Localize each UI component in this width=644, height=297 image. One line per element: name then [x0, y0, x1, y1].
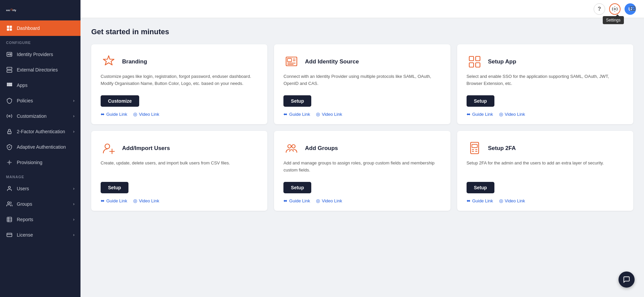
- guide-link-icon: ⬌: [101, 111, 105, 117]
- svg-point-8: [8, 54, 9, 55]
- guide-link[interactable]: ⬌ Guide Link: [101, 111, 127, 117]
- chevron-icon: ›: [73, 186, 74, 191]
- sidebar-item-apps[interactable]: Apps: [0, 78, 80, 93]
- customization-icon: [6, 113, 13, 119]
- settings-tooltip: Settings: [603, 16, 624, 24]
- card-links: ⬌ Guide Link ◎ Video Link: [283, 111, 441, 117]
- svg-rect-37: [287, 58, 291, 62]
- video-link[interactable]: ◎ Video Link: [316, 198, 342, 203]
- sidebar-item-identity-providers[interactable]: Identity Providers: [0, 47, 80, 62]
- video-link[interactable]: ◎ Video Link: [133, 198, 159, 203]
- svg-rect-18: [10, 83, 12, 85]
- guide-link-icon: ⬌: [467, 198, 471, 203]
- sidebar-item-2fa[interactable]: 123 2-Factor Authentication ›: [0, 124, 80, 139]
- svg-rect-28: [7, 217, 12, 222]
- card-add-groups: Add Groups Add and manage groups to assi…: [274, 131, 450, 211]
- settings-button[interactable]: [609, 3, 621, 15]
- svg-rect-20: [9, 85, 10, 86]
- card-desc: Select and enable SSO for the applicatio…: [467, 73, 624, 90]
- card-links: ⬌ Guide Link ◎ Video Link: [283, 198, 441, 203]
- card-header: Setup 2FA: [467, 140, 624, 156]
- chevron-icon: ›: [73, 202, 74, 206]
- svg-point-50: [292, 145, 295, 148]
- video-link-label: Video Link: [139, 198, 159, 203]
- svg-rect-42: [469, 56, 474, 61]
- card-header: Add Groups: [283, 140, 441, 156]
- sidebar-item-label: Users: [17, 186, 29, 191]
- guide-link-label: Guide Link: [472, 198, 493, 203]
- card-header: Add Identity Source: [283, 54, 441, 70]
- section-manage: Manage: [0, 170, 80, 181]
- card-setup-2fa: Setup 2FA Setup 2FA for the admin and th…: [457, 131, 633, 211]
- chevron-icon: ›: [73, 129, 74, 134]
- sidebar-item-customization[interactable]: Customization ›: [0, 108, 80, 124]
- card-desc: Customize pages like login, registration…: [101, 73, 258, 90]
- setup-app-button[interactable]: Setup: [467, 95, 494, 107]
- guide-link[interactable]: ⬌ Guide Link: [467, 198, 493, 203]
- setup-2fa-button[interactable]: Setup: [467, 182, 494, 193]
- video-link[interactable]: ◎ Video Link: [316, 111, 342, 117]
- sidebar-item-dashboard[interactable]: Dashboard: [0, 20, 80, 36]
- sidebar-item-adaptive-auth[interactable]: Adaptive Authentication: [0, 139, 80, 155]
- notification-button[interactable]: [629, 6, 636, 12]
- add-identity-source-button[interactable]: Setup: [283, 95, 311, 107]
- video-link-label: Video Link: [505, 112, 525, 117]
- branding-icon: [101, 54, 117, 70]
- svg-rect-16: [7, 83, 9, 85]
- chevron-icon: ›: [73, 98, 74, 103]
- main-area: ? Settings U Get started in minutes Bran…: [80, 0, 644, 297]
- card-links: ⬌ Guide Link ◎ Video Link: [467, 111, 624, 117]
- card-branding: Branding Customize pages like login, reg…: [91, 44, 267, 124]
- guide-link[interactable]: ⬌ Guide Link: [101, 198, 127, 203]
- card-title: Setup App: [488, 58, 516, 65]
- sidebar-item-license[interactable]: License ›: [0, 227, 80, 243]
- sidebar-item-reports[interactable]: Reports ›: [0, 212, 80, 227]
- card-title: Add/Import Users: [122, 145, 170, 152]
- video-link-icon: ◎: [133, 111, 137, 117]
- sidebar-item-users[interactable]: Users ›: [0, 181, 80, 196]
- adaptive-auth-icon: [6, 144, 13, 150]
- add-groups-button[interactable]: Setup: [283, 182, 311, 193]
- card-links: ⬌ Guide Link ◎ Video Link: [101, 198, 258, 203]
- guide-link[interactable]: ⬌ Guide Link: [283, 111, 310, 117]
- video-link-label: Video Link: [322, 112, 342, 117]
- sidebar-item-label: Apps: [17, 83, 28, 88]
- chat-bubble-button[interactable]: [619, 271, 635, 288]
- card-links: ⬌ Guide Link ◎ Video Link: [467, 198, 624, 203]
- sidebar-item-external-directories[interactable]: External Directories: [0, 62, 80, 78]
- help-button[interactable]: ?: [594, 3, 605, 15]
- guide-link-icon: ⬌: [467, 111, 471, 117]
- guide-link[interactable]: ⬌ Guide Link: [283, 198, 310, 203]
- card-header: Branding: [101, 54, 258, 70]
- sidebar-item-groups[interactable]: Groups ›: [0, 196, 80, 212]
- sidebar-item-provisioning[interactable]: Provisioning: [0, 155, 80, 170]
- branding-button[interactable]: Customize: [101, 95, 139, 107]
- svg-point-49: [288, 145, 291, 148]
- add-import-users-button[interactable]: Setup: [101, 182, 128, 193]
- sidebar-item-label: Reports: [17, 217, 33, 222]
- provisioning-icon: [6, 159, 13, 166]
- sidebar-item-policies[interactable]: Policies ›: [0, 93, 80, 108]
- svg-marker-1: [11, 9, 12, 10]
- svg-rect-43: [476, 56, 480, 61]
- card-title: Setup 2FA: [488, 145, 516, 152]
- video-link[interactable]: ◎ Video Link: [133, 111, 159, 117]
- card-header: Add/Import Users: [101, 140, 258, 156]
- groups-icon: [6, 201, 13, 207]
- video-link[interactable]: ◎ Video Link: [499, 198, 525, 203]
- sidebar-item-label: External Directories: [17, 67, 58, 72]
- dashboard-icon: [6, 25, 13, 32]
- setup-app-icon: [467, 54, 483, 70]
- setup-2fa-icon: [467, 140, 483, 156]
- external-directories-icon: [6, 66, 13, 73]
- guide-link[interactable]: ⬌ Guide Link: [467, 111, 493, 117]
- video-link-icon: ◎: [316, 111, 320, 117]
- svg-rect-19: [7, 85, 9, 86]
- cards-grid: Branding Customize pages like login, reg…: [91, 44, 633, 211]
- card-add-import-users: Add/Import Users Create, update, delete …: [91, 131, 267, 211]
- license-icon: [6, 232, 13, 238]
- video-link[interactable]: ◎ Video Link: [499, 111, 525, 117]
- sidebar-nav: Dashboard Configure Identity Providers E…: [0, 20, 80, 297]
- chevron-icon: ›: [73, 217, 74, 222]
- logo-icon: xec rify: [6, 5, 17, 15]
